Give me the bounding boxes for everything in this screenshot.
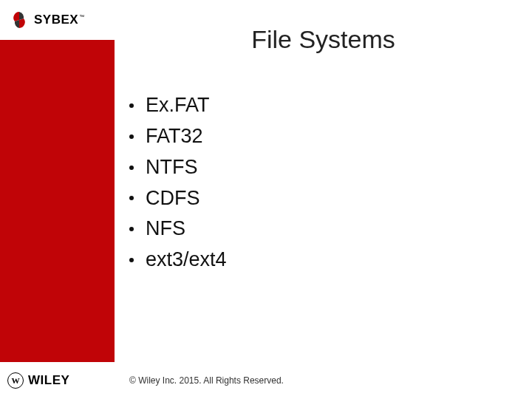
slide-content: Ex.FAT FAT32 NTFS CDFS NFS ext3/ext4 [129, 90, 227, 276]
sidebar [0, 0, 115, 399]
svg-text:W: W [11, 376, 20, 385]
wiley-icon: W [7, 372, 24, 389]
list-item-text: NTFS [146, 152, 198, 183]
wiley-logo-box: W WILEY [0, 362, 115, 399]
bullet-icon [129, 227, 134, 231]
list-item-text: ext3/ext4 [146, 245, 227, 276]
wiley-brand-text: WILEY [28, 373, 69, 388]
list-item-text: FAT32 [146, 121, 203, 152]
list-item-text: NFS [146, 214, 185, 245]
bullet-icon [129, 196, 134, 200]
slide: SYBEX™ W WILEY File Systems Ex.FAT FAT32… [0, 0, 532, 399]
bullet-icon [129, 134, 134, 139]
slide-title: File Systems [115, 25, 532, 54]
list-item: NTFS [129, 152, 227, 183]
bullet-list: Ex.FAT FAT32 NTFS CDFS NFS ext3/ext4 [129, 90, 227, 276]
bullet-icon [129, 103, 134, 108]
list-item: FAT32 [129, 121, 227, 152]
sybex-logo-box: SYBEX™ [0, 0, 115, 40]
list-item-text: Ex.FAT [146, 90, 210, 121]
list-item-text: CDFS [146, 183, 200, 214]
list-item: CDFS [129, 183, 227, 214]
bullet-icon [129, 258, 134, 262]
list-item: Ex.FAT [129, 90, 227, 121]
copyright-footer: © Wiley Inc. 2015. All Rights Reserved. [129, 375, 284, 386]
bullet-icon [129, 166, 134, 170]
list-item: ext3/ext4 [129, 245, 227, 276]
sybex-icon [9, 10, 30, 30]
sybex-brand-text: SYBEX™ [34, 13, 85, 27]
list-item: NFS [129, 214, 227, 245]
